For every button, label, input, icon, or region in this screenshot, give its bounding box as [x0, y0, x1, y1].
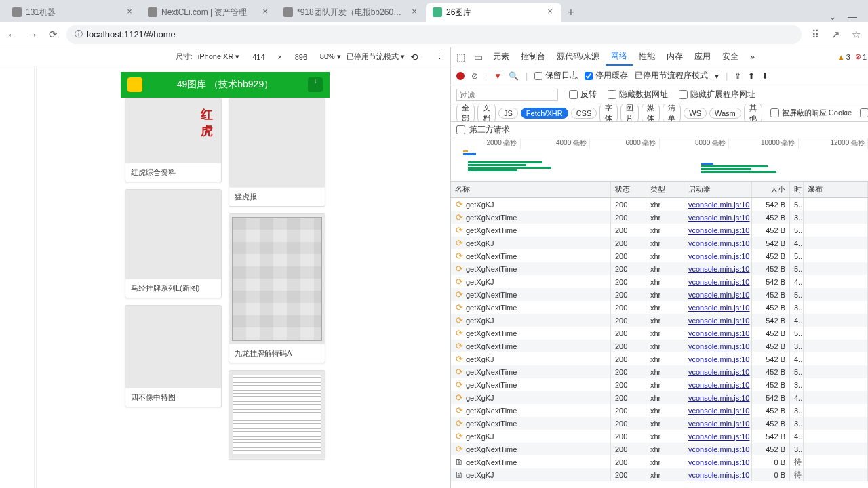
request-initiator[interactable]: vconsole.min.js:10: [684, 455, 752, 468]
request-row[interactable]: ⟳getXgKJ200xhrvconsole.min.js:10542 B4..…: [451, 430, 868, 443]
download-app-icon[interactable]: [308, 77, 323, 92]
minimize-icon[interactable]: —: [848, 11, 857, 22]
request-row[interactable]: ⟳getXgNextTime200xhrvconsole.min.js:1045…: [451, 340, 868, 352]
request-initiator[interactable]: vconsole.min.js:10: [684, 262, 752, 275]
close-tab-icon[interactable]: ×: [125, 7, 134, 17]
request-initiator[interactable]: vconsole.min.js:10: [684, 198, 752, 211]
disable-cache-checkbox[interactable]: [585, 72, 593, 80]
devtools-tab[interactable]: 安全: [717, 47, 744, 66]
request-row[interactable]: ⟳getXgNextTime200xhrvconsole.min.js:1045…: [451, 262, 868, 275]
rotate-icon[interactable]: ⟲: [410, 52, 418, 62]
throttle-select[interactable]: 已停用节流模式 ▾: [347, 52, 405, 62]
error-icon[interactable]: ⊗: [855, 52, 861, 61]
record-button[interactable]: [456, 72, 465, 80]
back-button[interactable]: ←: [5, 28, 19, 41]
forward-button[interactable]: →: [26, 28, 39, 41]
request-initiator[interactable]: vconsole.min.js:10: [684, 327, 752, 340]
request-initiator[interactable]: vconsole.min.js:10: [684, 404, 752, 417]
type-filter-pill[interactable]: 字体: [599, 104, 618, 122]
bookmark-icon[interactable]: ☆: [849, 28, 863, 41]
throttle-dropdown[interactable]: 已停用节流程序模式: [635, 70, 708, 81]
request-row[interactable]: ⟳getXgNextTime200xhrvconsole.min.js:1045…: [451, 301, 868, 314]
gallery-card[interactable]: [229, 370, 326, 460]
devtools-tab[interactable]: 网络: [606, 47, 633, 66]
request-row[interactable]: ⟳getXgNextTime200xhrvconsole.min.js:1045…: [451, 378, 868, 391]
type-filter-pill[interactable]: 清单: [663, 104, 681, 122]
devtools-tab[interactable]: 应用: [689, 47, 716, 66]
share-icon[interactable]: ↗: [829, 28, 842, 41]
request-row[interactable]: ⟳getXgNextTime200xhrvconsole.min.js:1045…: [451, 404, 868, 417]
new-tab-button[interactable]: +: [561, 3, 580, 22]
request-initiator[interactable]: vconsole.min.js:10: [684, 468, 752, 481]
type-filter-pill[interactable]: 文档: [477, 104, 496, 122]
type-filter-pill[interactable]: Wasm: [709, 108, 741, 119]
warning-icon[interactable]: ▲: [837, 53, 845, 61]
url-input[interactable]: ⓘ localhost:1121/#/home: [66, 25, 802, 44]
request-row[interactable]: ⟳getXgKJ200xhrvconsole.min.js:10542 B4..…: [451, 352, 868, 365]
filter-input[interactable]: [456, 89, 558, 101]
request-row[interactable]: ⟳getXgNextTime200xhrvconsole.min.js:1045…: [451, 417, 868, 430]
network-table-body[interactable]: ⟳getXgKJ200xhrvconsole.min.js:10542 B5..…: [451, 198, 868, 488]
request-initiator[interactable]: vconsole.min.js:10: [684, 443, 752, 455]
hide-data-checkbox[interactable]: [608, 90, 616, 99]
gallery-card[interactable]: 马经挂牌系列L(新图): [125, 189, 222, 298]
request-initiator[interactable]: vconsole.min.js:10: [684, 430, 752, 443]
hide-ext-checkbox[interactable]: [679, 90, 688, 99]
request-row[interactable]: ⟳getXgNextTime200xhrvconsole.min.js:1045…: [451, 288, 868, 301]
request-initiator[interactable]: vconsole.min.js:10: [684, 301, 752, 314]
col-waterfall[interactable]: 瀑布: [804, 182, 868, 197]
request-row[interactable]: 🗎getXgKJ200xhrvconsole.min.js:100 B待: [451, 468, 868, 481]
more-tabs-icon[interactable]: »: [745, 47, 760, 66]
devtools-tab[interactable]: 性能: [633, 47, 660, 66]
type-filter-pill[interactable]: Fetch/XHR: [521, 108, 568, 119]
browser-tab[interactable]: 131机器×: [5, 3, 141, 22]
reload-button[interactable]: ⟳: [46, 28, 60, 41]
type-filter-pill[interactable]: 全部: [456, 104, 475, 122]
close-tab-icon[interactable]: ×: [260, 7, 270, 17]
request-initiator[interactable]: vconsole.min.js:10: [684, 275, 752, 288]
request-initiator[interactable]: vconsole.min.js:10: [684, 288, 752, 301]
upload-icon[interactable]: ⬆: [748, 71, 755, 81]
width-input[interactable]: 414: [245, 53, 272, 61]
devtools-tab[interactable]: 元素: [488, 47, 515, 66]
inspect-icon[interactable]: ⬚: [452, 47, 469, 66]
request-row[interactable]: ⟳getXgNextTime200xhrvconsole.min.js:1045…: [451, 249, 868, 262]
type-filter-pill[interactable]: WS: [684, 108, 707, 119]
request-row[interactable]: ⟳getXgNextTime200xhrvconsole.min.js:1045…: [451, 211, 868, 224]
request-initiator[interactable]: vconsole.min.js:10: [684, 249, 752, 262]
col-name[interactable]: 名称: [451, 182, 611, 197]
devtools-tab[interactable]: 源代码/来源: [551, 47, 605, 66]
close-tab-icon[interactable]: ×: [545, 7, 555, 17]
blocked-cookie-checkbox[interactable]: [770, 108, 779, 117]
more-icon[interactable]: ⋮: [436, 52, 443, 61]
request-initiator[interactable]: vconsole.min.js:10: [684, 237, 752, 249]
request-row[interactable]: ⟳getXgKJ200xhrvconsole.min.js:10542 B4..…: [451, 275, 868, 288]
request-row[interactable]: ⟳getXgNextTime200xhrvconsole.min.js:1045…: [451, 365, 868, 378]
col-initiator[interactable]: 启动器: [684, 182, 752, 197]
preserve-log-checkbox[interactable]: [534, 72, 542, 80]
col-size[interactable]: 大小: [752, 182, 790, 197]
gallery-card[interactable]: 四不像中特图: [125, 305, 222, 407]
waterfall-overview[interactable]: 2000 毫秒4000 毫秒6000 毫秒8000 毫秒10000 毫秒1200…: [451, 138, 868, 182]
blocked-req-checkbox[interactable]: [860, 108, 868, 117]
devtools-tab[interactable]: 内存: [661, 47, 688, 66]
wifi-icon[interactable]: ⇪: [734, 71, 741, 81]
request-initiator[interactable]: vconsole.min.js:10: [684, 417, 752, 430]
request-row[interactable]: ⟳getXgKJ200xhrvconsole.min.js:10542 B4..…: [451, 237, 868, 249]
browser-tab[interactable]: 26图库×: [426, 3, 561, 22]
col-time[interactable]: 时: [790, 182, 804, 197]
type-filter-pill[interactable]: 图片: [620, 104, 639, 122]
height-input[interactable]: 896: [288, 53, 315, 61]
type-filter-pill[interactable]: 其他: [744, 104, 762, 122]
type-filter-pill[interactable]: CSS: [571, 108, 597, 119]
browser-tab[interactable]: *918团队开发（电报bb2600）·(×: [277, 3, 426, 22]
gallery-card[interactable]: 九龙挂牌解特码A: [229, 214, 326, 363]
request-row[interactable]: ⟳getXgNextTime200xhrvconsole.min.js:1045…: [451, 224, 868, 237]
gallery-card[interactable]: 猛虎报: [229, 98, 326, 207]
request-initiator[interactable]: vconsole.min.js:10: [684, 224, 752, 237]
type-filter-pill[interactable]: 媒体: [642, 104, 660, 122]
request-initiator[interactable]: vconsole.min.js:10: [684, 352, 752, 365]
request-row[interactable]: ⟳getXgKJ200xhrvconsole.min.js:10542 B5..…: [451, 198, 868, 211]
request-row[interactable]: ⟳getXgNextTime200xhrvconsole.min.js:1045…: [451, 443, 868, 455]
filter-icon[interactable]: ▼: [494, 71, 502, 81]
